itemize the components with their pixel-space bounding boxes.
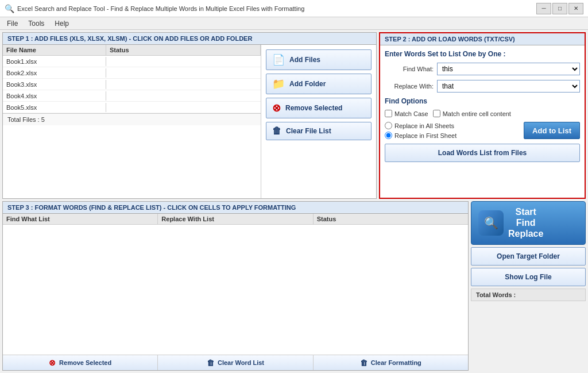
add-files-button[interactable]: 📄 Add Files: [266, 49, 372, 70]
table-row[interactable]: Book2.xlsx: [3, 67, 261, 79]
menu-bar: File Tools Help: [0, 17, 588, 30]
remove-selected-icon: ⊗: [272, 102, 281, 114]
table-row[interactable]: Book1.xlsx: [3, 56, 261, 67]
replace-with-list-header: Replace With List: [158, 214, 313, 224]
minimize-button[interactable]: ─: [536, 3, 551, 14]
status-col-header: Status: [106, 45, 261, 55]
words-table-body: [3, 225, 468, 355]
title-bar-text: Excel Search and Replace Tool - Find & R…: [17, 5, 304, 12]
maximize-button[interactable]: □: [552, 3, 567, 14]
file-table: File Name Status Book1.xlsx Book2.xlsx: [3, 45, 261, 198]
show-log-file-button[interactable]: Show Log File: [471, 268, 586, 286]
radio-section: Replace in All Sheets Replace in First S…: [385, 122, 519, 139]
remove-selected-button[interactable]: ⊗ Remove Selected: [266, 98, 372, 118]
radio-row: Replace in All Sheets Replace in First S…: [385, 122, 519, 139]
add-to-list-button[interactable]: Add to List: [524, 122, 580, 139]
find-what-input[interactable]: this: [437, 63, 580, 75]
menu-tools[interactable]: Tools: [24, 18, 49, 29]
find-what-list-header: Find What List: [3, 214, 158, 224]
close-button[interactable]: ✕: [568, 3, 583, 14]
add-folder-button[interactable]: 📁 Add Folder: [266, 74, 372, 94]
table-row[interactable]: Book4.xlsx: [3, 90, 261, 102]
words-table: Find What List Replace With List Status: [3, 214, 468, 355]
open-target-folder-button[interactable]: Open Target Folder: [471, 247, 586, 266]
title-bar-left: 🔍 Excel Search and Replace Tool - Find &…: [5, 4, 304, 13]
step1-body: File Name Status Book1.xlsx Book2.xlsx: [3, 45, 376, 198]
words-table-header: Find What List Replace With List Status: [3, 214, 468, 225]
file-name-cell: Book5.xlsx: [3, 103, 106, 112]
step2-body: Enter Words Set to List One by One : Fin…: [380, 45, 585, 198]
options-row: Match Case Match entire cell content: [385, 110, 580, 117]
replace-with-label: Replace With:: [385, 83, 434, 90]
bottom-section: STEP 3 : FORMAT WORDS (FIND & REPLACE LI…: [2, 201, 586, 371]
table-row[interactable]: Book5.xlsx: [3, 102, 261, 113]
replace-first-sheet-label[interactable]: Replace in First Sheet: [385, 132, 519, 139]
clear-word-list-label: Clear Word List: [218, 359, 264, 366]
clear-word-list-icon: 🗑: [207, 359, 214, 367]
find-options-label: Find Options: [385, 97, 580, 105]
status-cell: [106, 72, 261, 74]
status-cell: [106, 83, 261, 86]
status-cell: [106, 95, 261, 97]
title-bar-controls: ─ □ ✕: [536, 3, 583, 14]
start-icon: 🔍: [478, 210, 504, 236]
step3-remove-label: Remove Selected: [59, 359, 111, 366]
app-icon: 🔍: [5, 4, 14, 13]
add-files-icon: 📄: [272, 53, 285, 66]
start-find-replace-button[interactable]: 🔍 StartFindReplace: [471, 201, 586, 245]
replace-all-sheets-radio[interactable]: [385, 122, 392, 129]
add-folder-label: Add Folder: [289, 80, 326, 88]
status-cell: [106, 60, 261, 63]
bottom-buttons: ⊗ Remove Selected 🗑 Clear Word List 🗑 Cl…: [3, 355, 468, 370]
total-words-bar: Total Words :: [471, 289, 586, 301]
replace-with-input[interactable]: that: [437, 80, 580, 93]
clear-formatting-icon: 🗑: [360, 359, 368, 367]
step1-panel: STEP 1 : ADD FILES (XLS, XLSX, XLSM) - C…: [2, 32, 377, 199]
file-name-cell: Book2.xlsx: [3, 68, 106, 78]
clear-file-list-label: Clear File List: [286, 127, 331, 135]
match-case-checkbox[interactable]: [385, 110, 392, 117]
file-buttons: 📄 Add Files 📁 Add Folder ⊗ Remove Select…: [261, 45, 376, 198]
match-entire-cell-checkbox[interactable]: [433, 110, 440, 117]
step3-remove-selected-button[interactable]: ⊗ Remove Selected: [3, 355, 158, 370]
clear-formatting-button[interactable]: 🗑 Clear Formatting: [314, 355, 468, 370]
file-name-cell: Book4.xlsx: [3, 91, 106, 101]
total-files: Total Files : 5: [3, 113, 261, 125]
table-row[interactable]: Book3.xlsx: [3, 79, 261, 90]
title-bar: 🔍 Excel Search and Replace Tool - Find &…: [0, 0, 588, 17]
file-table-rows: Book1.xlsx Book2.xlsx Book3.xlsx Bo: [3, 56, 261, 113]
clear-file-list-icon: 🗑: [272, 126, 281, 136]
load-words-button[interactable]: Load Words List from Files: [385, 144, 580, 162]
main-content: STEP 1 : ADD FILES (XLS, XLSX, XLSM) - C…: [0, 30, 588, 373]
menu-help[interactable]: Help: [50, 18, 74, 29]
add-folder-icon: 📁: [272, 78, 285, 90]
add-to-list-area: Replace in All Sheets Replace in First S…: [385, 122, 580, 139]
file-table-header: File Name Status: [3, 45, 261, 56]
remove-selected-label: Remove Selected: [285, 104, 342, 112]
step3-header: STEP 3 : FORMAT WORDS (FIND & REPLACE LI…: [3, 202, 468, 214]
match-entire-cell-label[interactable]: Match entire cell content: [433, 110, 511, 117]
menu-file[interactable]: File: [2, 18, 22, 29]
file-name-cell: Book1.xlsx: [3, 57, 106, 66]
enter-words-label: Enter Words Set to List One by One :: [385, 50, 580, 58]
words-status-header: Status: [314, 214, 468, 224]
step3-panel: STEP 3 : FORMAT WORDS (FIND & REPLACE LI…: [2, 201, 469, 371]
match-case-label[interactable]: Match Case: [385, 110, 428, 117]
step2-panel: STEP 2 : ADD OR LOAD WORDS (TXT/CSV) Ent…: [379, 32, 586, 199]
right-panel: 🔍 StartFindReplace Open Target Folder Sh…: [471, 201, 586, 371]
status-cell: [106, 106, 261, 109]
add-files-label: Add Files: [289, 56, 320, 64]
step3-remove-icon: ⊗: [49, 358, 56, 367]
find-what-row: Find What: this: [385, 63, 580, 75]
start-btn-text: StartFindReplace: [508, 206, 543, 240]
clear-word-list-button[interactable]: 🗑 Clear Word List: [158, 355, 313, 370]
replace-with-row: Replace With: that: [385, 80, 580, 93]
replace-all-sheets-label[interactable]: Replace in All Sheets: [385, 122, 519, 129]
clear-file-list-button[interactable]: 🗑 Clear File List: [266, 122, 372, 140]
replace-first-sheet-radio[interactable]: [385, 132, 392, 139]
find-what-label: Find What:: [385, 66, 434, 72]
step1-header: STEP 1 : ADD FILES (XLS, XLSX, XLSM) - C…: [3, 33, 376, 45]
clear-formatting-label: Clear Formatting: [371, 359, 421, 366]
step2-header: STEP 2 : ADD OR LOAD WORDS (TXT/CSV): [380, 33, 585, 45]
top-section: STEP 1 : ADD FILES (XLS, XLSX, XLSM) - C…: [2, 32, 586, 199]
